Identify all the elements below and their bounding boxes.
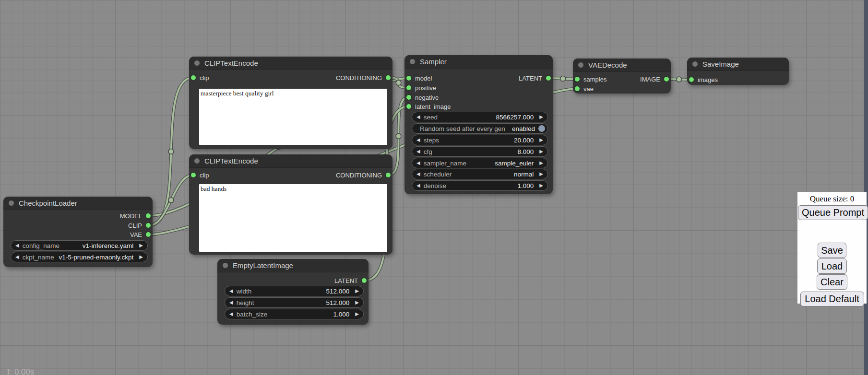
widget-batch-size[interactable]: ◀batch_size1.000▶ <box>225 309 364 319</box>
widget-decrement-arrow[interactable]: ◀ <box>229 289 233 293</box>
input-port-clip-dot[interactable] <box>191 173 196 177</box>
widget-value[interactable]: 20.000 <box>514 137 534 144</box>
widget-increment-arrow[interactable]: ▶ <box>539 183 543 188</box>
output-port-conditioning-dot[interactable] <box>386 173 391 177</box>
input-port-samples-dot[interactable] <box>575 77 580 82</box>
node-vaedecode[interactable]: VAEDecodesamplesvaeIMAGE <box>573 59 671 94</box>
clear-button[interactable]: Clear <box>817 274 847 290</box>
port-label: clip <box>200 172 209 179</box>
widget-value[interactable]: 512.000 <box>326 299 349 306</box>
widget-decrement-arrow[interactable]: ◀ <box>416 161 420 165</box>
node-collapse-dot[interactable] <box>9 200 14 206</box>
queue-prompt-button[interactable]: Queue Prompt <box>798 205 868 220</box>
widget-value[interactable]: 1.000 <box>333 311 350 318</box>
input-port-latent-image-dot[interactable] <box>406 104 411 109</box>
toggle-dot[interactable] <box>538 125 545 132</box>
widget-increment-arrow[interactable]: ▶ <box>139 255 143 259</box>
widget-ckpt-name[interactable]: ◀ckpt_namev1-5-pruned-emaonly.ckpt▶ <box>11 252 148 262</box>
graph-canvas[interactable]: CheckpointLoaderMODELCLIPVAE◀config_name… <box>0 0 868 375</box>
node-title-bar[interactable]: CLIPTextEncode <box>189 154 392 168</box>
widget-value[interactable]: normal <box>514 171 534 178</box>
widget-random-seed-after-every-gen[interactable]: Random seed after every genenabled <box>412 123 548 134</box>
node-title-bar[interactable]: VAEDecode <box>573 59 671 72</box>
widget-value[interactable]: enabled <box>512 125 535 132</box>
widget-increment-arrow[interactable]: ▶ <box>539 172 543 176</box>
output-port-latent-dot[interactable] <box>362 278 367 283</box>
widget-value[interactable]: v1-5-pruned-emaonly.ckpt <box>59 254 133 261</box>
widget-decrement-arrow[interactable]: ◀ <box>416 172 420 176</box>
widget-scheduler[interactable]: ◀schedulernormal▶ <box>412 169 548 179</box>
input-port-positive-dot[interactable] <box>406 85 411 90</box>
node-title-bar[interactable]: CLIPTextEncode <box>189 57 392 70</box>
input-port-clip-dot[interactable] <box>191 75 196 80</box>
widget-decrement-arrow[interactable]: ◀ <box>416 138 420 142</box>
widget-width[interactable]: ◀width512.000▶ <box>225 286 364 296</box>
widget-increment-arrow[interactable]: ▶ <box>139 243 143 248</box>
node-title-bar[interactable]: Sampler <box>404 55 553 69</box>
node-collapse-dot[interactable] <box>194 60 200 66</box>
widget-decrement-arrow[interactable]: ◀ <box>15 255 19 259</box>
widget-value[interactable]: 1.000 <box>518 182 534 189</box>
save-button[interactable]: Save <box>818 243 846 258</box>
prompt-textarea[interactable] <box>199 89 387 145</box>
widget-height[interactable]: ◀height512.000▶ <box>225 297 364 308</box>
node-cliptextencode[interactable]: CLIPTextEncodeclipCONDITIONING <box>189 154 392 255</box>
widget-increment-arrow[interactable]: ▶ <box>539 161 543 165</box>
widget-value[interactable]: 8.000 <box>518 148 534 155</box>
load-default-button[interactable]: Load Default <box>800 292 864 306</box>
node-sampler[interactable]: Samplermodelpositivenegativelatent_image… <box>404 55 553 194</box>
widget-config-name[interactable]: ◀config_namev1-inference.yaml▶ <box>11 240 148 251</box>
input-latent-image: latent_image <box>406 103 451 110</box>
port-label: negative <box>415 94 439 101</box>
widget-seed[interactable]: ◀seed8566257.000▶ <box>412 112 548 122</box>
widget-decrement-arrow[interactable]: ◀ <box>229 300 233 305</box>
node-collapse-dot[interactable] <box>194 158 200 164</box>
widget-decrement-arrow[interactable]: ◀ <box>229 312 233 316</box>
node-collapse-dot[interactable] <box>692 61 698 67</box>
widget-label: scheduler <box>424 171 452 178</box>
node-emptylatentimage[interactable]: EmptyLatentImageLATENT◀width512.000▶◀hei… <box>217 259 369 325</box>
node-title-bar[interactable]: SaveImage <box>687 58 789 71</box>
output-port-model-dot[interactable] <box>146 213 151 218</box>
widget-increment-arrow[interactable]: ▶ <box>355 289 359 293</box>
widget-increment-arrow[interactable]: ▶ <box>355 300 359 305</box>
output-port-clip-dot[interactable] <box>146 223 151 228</box>
scrollbar[interactable] <box>864 0 868 375</box>
widget-value[interactable]: 512.000 <box>326 288 349 295</box>
widget-decrement-arrow[interactable]: ◀ <box>416 149 420 154</box>
widget-value[interactable]: 8566257.000 <box>496 114 534 121</box>
port-label: samples <box>583 76 606 83</box>
node-checkpointloader[interactable]: CheckpointLoaderMODELCLIPVAE◀config_name… <box>3 197 153 267</box>
widget-sampler-name[interactable]: ◀sampler_namesample_euler▶ <box>412 158 548 168</box>
output-port-conditioning-dot[interactable] <box>386 75 391 80</box>
node-collapse-dot[interactable] <box>223 263 228 268</box>
load-button[interactable]: Load <box>817 258 847 274</box>
input-port-vae-dot[interactable] <box>575 86 580 91</box>
input-port-negative-dot[interactable] <box>406 95 411 100</box>
prompt-textarea[interactable] <box>199 184 387 252</box>
node-title-bar[interactable]: CheckpointLoader <box>3 197 153 210</box>
widget-increment-arrow[interactable]: ▶ <box>355 312 359 316</box>
node-saveimage[interactable]: SaveImageimages <box>687 58 789 85</box>
widget-value[interactable]: v1-inference.yaml <box>83 242 134 249</box>
widget-cfg[interactable]: ◀cfg8.000▶ <box>412 146 548 157</box>
node-title-bar[interactable]: EmptyLatentImage <box>217 259 369 272</box>
input-port-model-dot[interactable] <box>406 76 411 81</box>
widget-value[interactable]: sample_euler <box>495 160 534 167</box>
node-collapse-dot[interactable] <box>410 59 415 64</box>
widget-decrement-arrow[interactable]: ◀ <box>15 243 19 248</box>
input-port-images-dot[interactable] <box>689 77 694 82</box>
node-collapse-dot[interactable] <box>578 62 583 68</box>
widget-decrement-arrow[interactable]: ◀ <box>416 183 420 188</box>
output-port-vae-dot[interactable] <box>146 232 151 237</box>
widget-increment-arrow[interactable]: ▶ <box>539 138 543 142</box>
output-conditioning: CONDITIONING <box>336 74 391 82</box>
widget-steps[interactable]: ◀steps20.000▶ <box>412 135 548 145</box>
node-cliptextencode[interactable]: CLIPTextEncodeclipCONDITIONING <box>189 57 392 149</box>
widget-increment-arrow[interactable]: ▶ <box>539 149 543 154</box>
output-port-latent-dot[interactable] <box>546 76 551 81</box>
output-port-image-dot[interactable] <box>664 77 669 82</box>
widget-decrement-arrow[interactable]: ◀ <box>416 115 420 119</box>
widget-denoise[interactable]: ◀denoise1.000▶ <box>412 180 548 191</box>
widget-increment-arrow[interactable]: ▶ <box>539 115 543 119</box>
